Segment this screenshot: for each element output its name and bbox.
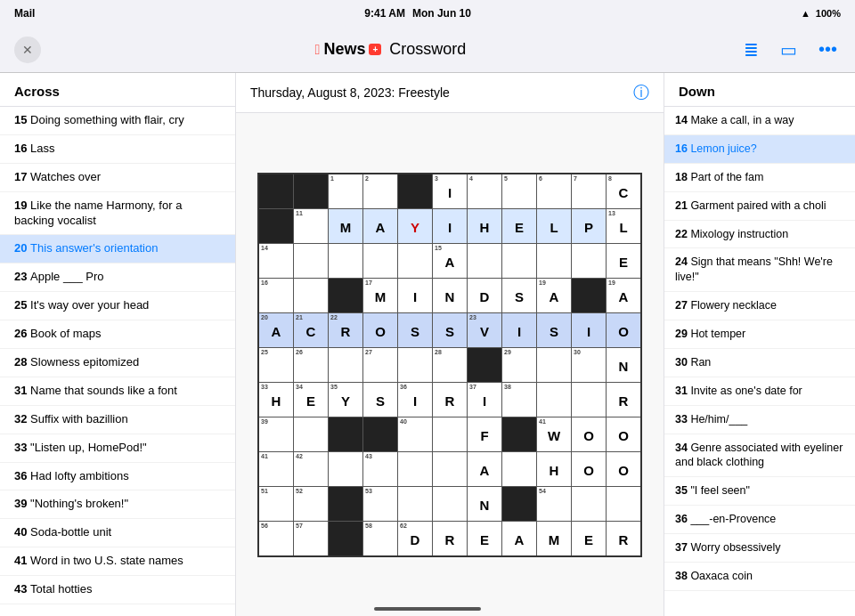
cell-r8c4[interactable] (363, 417, 397, 451)
cell-r11c3[interactable] (329, 522, 362, 555)
cell-r11c5[interactable]: 62D (398, 522, 432, 555)
cell-r8c10[interactable]: O (572, 417, 606, 451)
down-clue-30[interactable]: 30 Ran (664, 349, 855, 377)
cell-r8c5[interactable]: 40 (398, 417, 432, 451)
cell-r6c4[interactable]: 27 (363, 348, 397, 382)
cell-r11c8[interactable]: A (502, 522, 536, 555)
cell-r6c9[interactable] (537, 348, 571, 382)
crossword-grid-container[interactable]: 1 2 3I 4 5 6 7 8C 11 M A Y I H E L P (236, 113, 664, 616)
across-clue-19[interactable]: 19 Like the name Harmony, for a backing … (0, 192, 235, 236)
list-view-button[interactable]: ≣ (740, 36, 762, 64)
cell-r4c6[interactable]: N (433, 279, 467, 312)
cell-r3c7[interactable] (468, 244, 501, 278)
cell-r2c1[interactable] (259, 209, 293, 243)
cell-r9c8[interactable] (502, 452, 536, 486)
cell-r6c11[interactable]: N (607, 348, 640, 382)
cell-r8c7[interactable]: F (468, 417, 501, 451)
cell-r4c10[interactable] (572, 279, 606, 312)
cell-r3c5[interactable] (398, 244, 432, 278)
info-icon[interactable]: ⓘ (633, 82, 649, 103)
cell-r10c5[interactable] (398, 487, 432, 521)
cell-r2c8[interactable]: E (502, 209, 536, 243)
more-button[interactable]: ••• (815, 36, 841, 63)
across-clue-20[interactable]: 20 This answer's orientation (0, 235, 235, 263)
cell-r5c9[interactable]: S (537, 313, 571, 347)
down-clue-24[interactable]: 24 Sign that means "Shh! We're live!" (664, 248, 855, 292)
cell-r1c4[interactable]: 2 (363, 174, 397, 208)
cell-r1c5[interactable] (398, 174, 432, 208)
across-clue-17[interactable]: 17 Watches over (0, 164, 235, 192)
cell-r3c2[interactable] (294, 244, 328, 278)
cell-r7c5[interactable]: 36I (398, 383, 432, 417)
cell-r3c1[interactable]: 14 (259, 244, 293, 278)
cell-r9c4[interactable]: 43 (363, 452, 397, 486)
down-clue-27[interactable]: 27 Flowery necklace (664, 292, 855, 320)
across-clue-23[interactable]: 23 Apple ___ Pro (0, 263, 235, 292)
down-clue-31[interactable]: 31 Invite as one's date for (664, 377, 855, 406)
cell-r10c6[interactable] (433, 487, 467, 521)
cell-r7c9[interactable] (537, 383, 571, 417)
cell-r6c5[interactable] (398, 348, 432, 382)
cell-r3c6[interactable]: 15A (433, 244, 467, 278)
cell-r2c9[interactable]: L (537, 209, 571, 243)
cell-r1c2[interactable] (294, 174, 328, 208)
cell-r4c5[interactable]: I (398, 279, 432, 312)
across-clue-40[interactable]: 40 Soda-bottle unit (0, 519, 235, 547)
cell-r9c1[interactable]: 41 (259, 452, 293, 486)
cell-r6c3[interactable] (329, 348, 362, 382)
down-clue-14[interactable]: 14 Make a call, in a way (664, 107, 855, 135)
across-clue-43[interactable]: 43 Total hotties (0, 576, 235, 604)
cell-r3c10[interactable] (572, 244, 606, 278)
cell-r1c1[interactable] (259, 174, 293, 208)
cell-r9c11[interactable]: O (607, 452, 640, 486)
cell-r2c10[interactable]: P (572, 209, 606, 243)
cell-r10c7[interactable]: N (468, 487, 501, 521)
close-button[interactable]: ✕ (14, 36, 41, 63)
across-clue-16[interactable]: 16 Lass (0, 135, 235, 164)
cell-r9c2[interactable]: 42 (294, 452, 328, 486)
cell-r1c9[interactable]: 6 (537, 174, 571, 208)
cell-r2c4[interactable]: A (363, 209, 397, 243)
down-clue-16[interactable]: 16 Lemon juice? (664, 135, 855, 164)
person-view-button[interactable]: ▭ (777, 36, 801, 64)
cell-r7c11[interactable]: R (607, 383, 640, 417)
cell-r1c11[interactable]: 8C (607, 174, 640, 208)
cell-r8c6[interactable] (433, 417, 467, 451)
cell-r9c5[interactable] (398, 452, 432, 486)
cell-r5c3[interactable]: 22R (329, 313, 362, 347)
across-clue-33[interactable]: 33 "Listen up, HomePod!" (0, 434, 235, 463)
cell-r11c1[interactable]: 56 (259, 522, 293, 555)
cell-r7c1[interactable]: 33H (259, 383, 293, 417)
cell-r9c3[interactable] (329, 452, 362, 486)
cell-r5c8[interactable]: I (502, 313, 536, 347)
cell-r1c7[interactable]: 4 (468, 174, 501, 208)
cell-r4c2[interactable] (294, 279, 328, 312)
cell-r7c3[interactable]: 35Y (329, 383, 362, 417)
cell-r7c6[interactable]: R (433, 383, 467, 417)
down-clue-33[interactable]: 33 He/him/___ (664, 406, 855, 434)
cell-r10c1[interactable]: 51 (259, 487, 293, 521)
cell-r4c4[interactable]: 17M (363, 279, 397, 312)
cell-r7c8[interactable]: 38 (502, 383, 536, 417)
cell-r10c8[interactable] (502, 487, 536, 521)
cell-r3c3[interactable] (329, 244, 362, 278)
cell-r4c9[interactable]: 19A (537, 279, 571, 312)
cell-r4c1[interactable]: 16 (259, 279, 293, 312)
cell-r2c11[interactable]: 13L (607, 209, 640, 243)
down-clue-35[interactable]: 35 "I feel seen" (664, 477, 855, 506)
down-clue-22[interactable]: 22 Mixology instruction (664, 221, 855, 249)
cell-r5c5[interactable]: S (398, 313, 432, 347)
cell-r10c3[interactable] (329, 487, 362, 521)
cell-r1c3[interactable]: 1 (329, 174, 362, 208)
across-clue-28[interactable]: 28 Slowness epitomized (0, 349, 235, 377)
cell-r6c2[interactable]: 26 (294, 348, 328, 382)
down-clue-34[interactable]: 34 Genre associated with eyeliner and bl… (664, 434, 855, 478)
cell-r7c4[interactable]: S (363, 383, 397, 417)
cell-r6c8[interactable]: 29 (502, 348, 536, 382)
down-clues-list[interactable]: 14 Make a call, in a way 16 Lemon juice?… (664, 107, 855, 616)
cell-r9c10[interactable]: O (572, 452, 606, 486)
cell-r11c10[interactable]: E (572, 522, 606, 555)
cell-r2c5[interactable]: Y (398, 209, 432, 243)
down-clue-18[interactable]: 18 Part of the fam (664, 164, 855, 192)
across-clue-25[interactable]: 25 It's way over your head (0, 292, 235, 320)
